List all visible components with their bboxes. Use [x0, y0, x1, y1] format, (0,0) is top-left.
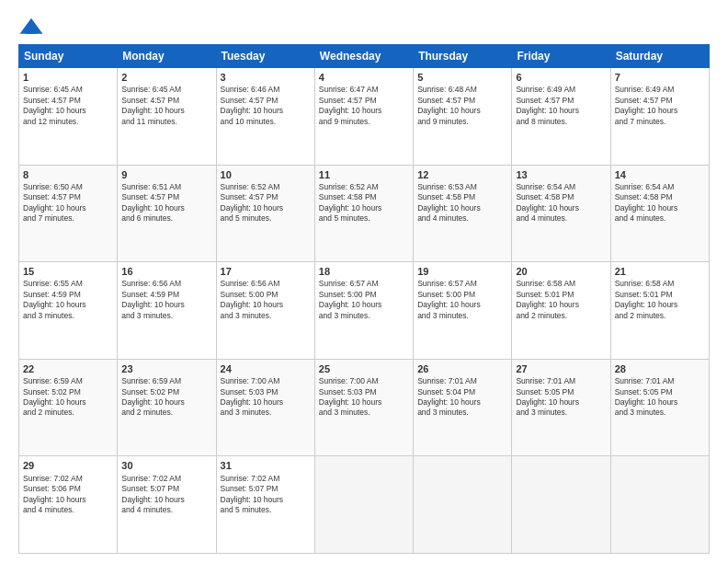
day-number: 23	[121, 362, 211, 375]
week-row: 15Sunrise: 6:55 AM Sunset: 4:59 PM Dayli…	[19, 262, 710, 360]
day-cell: 7Sunrise: 6:49 AM Sunset: 4:57 PM Daylig…	[610, 68, 709, 166]
weekday-header-wednesday: Wednesday	[314, 45, 413, 68]
day-cell: 31Sunrise: 7:02 AM Sunset: 5:07 PM Dayli…	[216, 456, 314, 554]
day-number: 1	[23, 71, 113, 84]
day-info: Sunrise: 6:45 AM Sunset: 4:57 PM Dayligh…	[121, 85, 211, 127]
day-number: 3	[221, 71, 311, 84]
day-info: Sunrise: 7:00 AM Sunset: 5:03 PM Dayligh…	[319, 376, 409, 419]
week-row: 29Sunrise: 7:02 AM Sunset: 5:06 PM Dayli…	[19, 456, 710, 554]
day-number: 16	[121, 265, 211, 278]
day-cell: 19Sunrise: 6:57 AM Sunset: 5:00 PM Dayli…	[414, 262, 512, 360]
day-cell	[414, 456, 512, 554]
day-number: 19	[417, 265, 507, 278]
day-cell: 13Sunrise: 6:54 AM Sunset: 4:58 PM Dayli…	[512, 165, 610, 262]
day-info: Sunrise: 6:58 AM Sunset: 5:01 PM Dayligh…	[615, 279, 705, 321]
weekday-header-tuesday: Tuesday	[216, 45, 314, 68]
day-number: 9	[121, 168, 211, 181]
day-number: 2	[121, 71, 211, 84]
day-number: 30	[121, 459, 211, 472]
day-cell: 16Sunrise: 6:56 AM Sunset: 4:59 PM Dayli…	[118, 262, 216, 360]
day-info: Sunrise: 6:59 AM Sunset: 5:02 PM Dayligh…	[23, 376, 113, 419]
day-cell: 5Sunrise: 6:48 AM Sunset: 4:57 PM Daylig…	[414, 68, 512, 166]
day-cell: 17Sunrise: 6:56 AM Sunset: 5:00 PM Dayli…	[216, 262, 314, 360]
day-info: Sunrise: 6:49 AM Sunset: 4:57 PM Dayligh…	[516, 85, 606, 127]
day-number: 10	[221, 168, 311, 181]
day-number: 8	[23, 168, 113, 181]
day-number: 31	[221, 459, 311, 472]
day-info: Sunrise: 6:52 AM Sunset: 4:58 PM Dayligh…	[319, 182, 409, 224]
day-info: Sunrise: 6:54 AM Sunset: 4:58 PM Dayligh…	[615, 182, 705, 224]
weekday-header-row: SundayMondayTuesdayWednesdayThursdayFrid…	[19, 45, 710, 68]
day-info: Sunrise: 7:02 AM Sunset: 5:07 PM Dayligh…	[221, 474, 311, 516]
day-number: 24	[221, 362, 311, 375]
day-info: Sunrise: 6:48 AM Sunset: 4:57 PM Dayligh…	[417, 85, 507, 127]
day-cell: 25Sunrise: 7:00 AM Sunset: 5:03 PM Dayli…	[314, 359, 413, 456]
day-number: 17	[221, 265, 311, 278]
day-cell: 23Sunrise: 6:59 AM Sunset: 5:02 PM Dayli…	[118, 359, 216, 456]
day-cell	[512, 456, 610, 554]
header	[18, 17, 710, 37]
day-number: 25	[319, 362, 409, 375]
day-number: 20	[516, 265, 606, 278]
day-cell: 26Sunrise: 7:01 AM Sunset: 5:04 PM Dayli…	[414, 359, 512, 456]
day-number: 11	[319, 168, 409, 181]
day-number: 26	[417, 362, 507, 375]
day-cell: 22Sunrise: 6:59 AM Sunset: 5:02 PM Dayli…	[19, 359, 118, 456]
day-info: Sunrise: 6:51 AM Sunset: 4:57 PM Dayligh…	[121, 182, 211, 224]
day-info: Sunrise: 6:57 AM Sunset: 5:00 PM Dayligh…	[417, 279, 507, 321]
day-info: Sunrise: 6:58 AM Sunset: 5:01 PM Dayligh…	[516, 279, 606, 321]
day-info: Sunrise: 6:55 AM Sunset: 4:59 PM Dayligh…	[23, 279, 113, 321]
day-cell: 4Sunrise: 6:47 AM Sunset: 4:57 PM Daylig…	[314, 68, 413, 166]
day-info: Sunrise: 7:00 AM Sunset: 5:03 PM Dayligh…	[221, 376, 311, 419]
day-info: Sunrise: 7:01 AM Sunset: 5:04 PM Dayligh…	[417, 376, 507, 419]
day-cell: 11Sunrise: 6:52 AM Sunset: 4:58 PM Dayli…	[314, 165, 413, 262]
weekday-header-friday: Friday	[512, 45, 610, 68]
day-info: Sunrise: 6:46 AM Sunset: 4:57 PM Dayligh…	[221, 85, 311, 127]
day-info: Sunrise: 6:49 AM Sunset: 4:57 PM Dayligh…	[615, 85, 705, 127]
day-number: 7	[615, 71, 705, 84]
day-number: 6	[516, 71, 606, 84]
day-info: Sunrise: 7:02 AM Sunset: 5:06 PM Dayligh…	[23, 474, 113, 516]
day-cell: 9Sunrise: 6:51 AM Sunset: 4:57 PM Daylig…	[118, 165, 216, 262]
day-info: Sunrise: 6:57 AM Sunset: 5:00 PM Dayligh…	[319, 279, 409, 321]
day-cell: 12Sunrise: 6:53 AM Sunset: 4:58 PM Dayli…	[414, 165, 512, 262]
calendar-page: SundayMondayTuesdayWednesdayThursdayFrid…	[0, 0, 728, 563]
day-cell: 3Sunrise: 6:46 AM Sunset: 4:57 PM Daylig…	[216, 68, 314, 166]
week-row: 22Sunrise: 6:59 AM Sunset: 5:02 PM Dayli…	[19, 359, 710, 456]
day-cell: 20Sunrise: 6:58 AM Sunset: 5:01 PM Dayli…	[512, 262, 610, 360]
day-info: Sunrise: 7:01 AM Sunset: 5:05 PM Dayligh…	[516, 376, 606, 419]
day-number: 28	[615, 362, 705, 375]
day-info: Sunrise: 6:59 AM Sunset: 5:02 PM Dayligh…	[121, 376, 211, 419]
day-number: 21	[615, 265, 705, 278]
day-cell: 1Sunrise: 6:45 AM Sunset: 4:57 PM Daylig…	[19, 68, 118, 166]
day-cell: 24Sunrise: 7:00 AM Sunset: 5:03 PM Dayli…	[216, 359, 314, 456]
day-number: 27	[516, 362, 606, 375]
day-cell: 6Sunrise: 6:49 AM Sunset: 4:57 PM Daylig…	[512, 68, 610, 166]
day-cell: 10Sunrise: 6:52 AM Sunset: 4:57 PM Dayli…	[216, 165, 314, 262]
day-info: Sunrise: 6:54 AM Sunset: 4:58 PM Dayligh…	[516, 182, 606, 224]
day-number: 22	[23, 362, 113, 375]
logo-icon	[18, 17, 44, 37]
day-cell: 27Sunrise: 7:01 AM Sunset: 5:05 PM Dayli…	[512, 359, 610, 456]
day-cell: 2Sunrise: 6:45 AM Sunset: 4:57 PM Daylig…	[118, 68, 216, 166]
day-cell: 8Sunrise: 6:50 AM Sunset: 4:57 PM Daylig…	[19, 165, 118, 262]
day-info: Sunrise: 6:56 AM Sunset: 5:00 PM Dayligh…	[221, 279, 311, 321]
day-cell	[610, 456, 709, 554]
day-cell: 29Sunrise: 7:02 AM Sunset: 5:06 PM Dayli…	[19, 456, 118, 554]
day-number: 12	[417, 168, 507, 181]
svg-rect-1	[26, 29, 37, 34]
weekday-header-sunday: Sunday	[19, 45, 118, 68]
day-cell	[314, 456, 413, 554]
day-number: 5	[417, 71, 507, 84]
day-number: 14	[615, 168, 705, 181]
week-row: 1Sunrise: 6:45 AM Sunset: 4:57 PM Daylig…	[19, 68, 710, 166]
day-cell: 14Sunrise: 6:54 AM Sunset: 4:58 PM Dayli…	[610, 165, 709, 262]
week-row: 8Sunrise: 6:50 AM Sunset: 4:57 PM Daylig…	[19, 165, 710, 262]
day-number: 13	[516, 168, 606, 181]
logo	[18, 17, 46, 37]
day-info: Sunrise: 6:56 AM Sunset: 4:59 PM Dayligh…	[121, 279, 211, 321]
weekday-header-thursday: Thursday	[414, 45, 512, 68]
day-cell: 21Sunrise: 6:58 AM Sunset: 5:01 PM Dayli…	[610, 262, 709, 360]
day-number: 4	[319, 71, 409, 84]
day-info: Sunrise: 7:01 AM Sunset: 5:05 PM Dayligh…	[615, 376, 705, 419]
